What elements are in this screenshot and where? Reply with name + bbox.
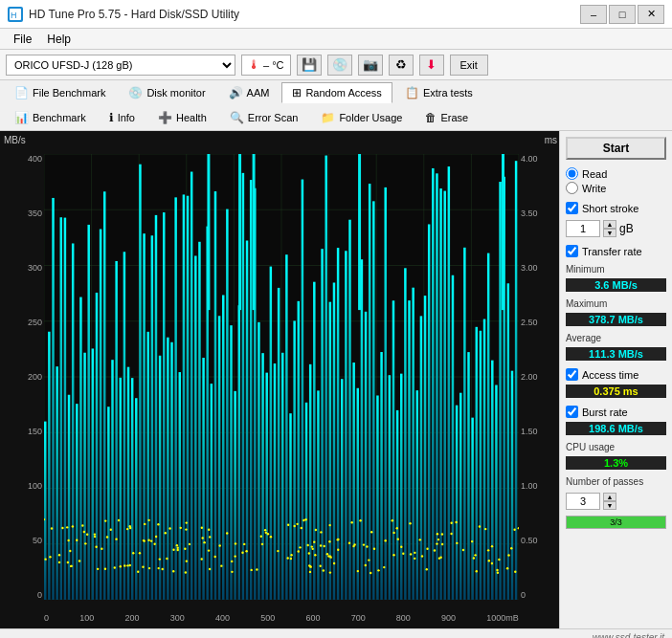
right-panel: Start Read Write Short stroke ▲ ▼ gB [559,131,672,628]
svg-text:H: H [11,11,17,20]
app-title: HD Tune Pro 5.75 - Hard Disk/SSD Utility [29,8,239,21]
download-icon-btn[interactable]: ⬇ [419,55,444,76]
tab-info-label: Info [118,112,135,123]
write-label: Write [582,183,606,194]
tab-extra-tests[interactable]: 📋 Extra tests [394,82,483,103]
tab-benchmark[interactable]: 📊 Benchmark [4,107,97,128]
y-label-250: 250 [28,318,42,327]
passes-input[interactable] [566,493,600,510]
tab-row-1: 📄 File Benchmark 💿 Disk monitor 🔊 AAM ⊞ … [0,80,672,105]
ms-label-250: 2.50 [521,318,538,327]
access-time-checkbox[interactable] [566,368,578,381]
tab-folder-usage[interactable]: 📁 Folder Usage [310,107,413,128]
health-icon: ➕ [158,111,172,124]
cpu-usage-label: CPU usage [566,442,666,452]
exit-button[interactable]: Exit [450,55,488,76]
short-stroke-row: ▲ ▼ gB [566,220,666,237]
x-label-400: 400 [215,613,230,623]
benchmark-icon: 📊 [14,111,29,124]
average-label: Average [566,333,666,343]
tab-error-scan[interactable]: 🔍 Error Scan [219,107,309,128]
tab-row-2: 📊 Benchmark ℹ Info ➕ Health 🔍 Error Scan… [0,105,672,130]
access-time-value: 0.375 ms [566,385,666,398]
ms-label-400: 4.00 [521,154,538,164]
tab-disk-monitor[interactable]: 💿 Disk monitor [118,82,215,103]
tab-info[interactable]: ℹ Info [99,107,146,128]
passes-spinner-up[interactable]: ▲ [603,493,616,501]
recycle-icon-btn[interactable]: ♻ [389,55,414,76]
ms-label-100: 1.00 [521,481,538,491]
tab-file-benchmark[interactable]: 📄 File Benchmark [4,82,116,103]
toolbar: ORICO UFSD-J (128 gB) 🌡 – °C 💾 💿 📷 ♻ ⬇ E… [0,50,672,80]
camera-icon-btn[interactable]: 📷 [358,55,383,76]
extra-tests-icon: 📋 [405,86,419,99]
tab-disk-monitor-label: Disk monitor [146,87,205,99]
access-time-label: Access time [582,369,638,381]
temperature-display: 🌡 – °C [241,55,291,76]
tab-health[interactable]: ➕ Health [147,107,217,128]
app-icon: H [8,7,23,22]
burst-rate-checkbox-label[interactable]: Burst rate [566,406,666,418]
ms-axis-label: ms [545,135,557,145]
x-label-100: 100 [79,613,94,623]
read-radio-label[interactable]: Read [566,167,666,180]
y-axis-label: MB/s [4,135,26,145]
close-button[interactable]: ✕ [638,5,664,24]
short-stroke-checkbox[interactable] [566,202,578,214]
rw-radio-group: Read Write [566,167,666,194]
thermometer-icon: 🌡 [248,57,260,72]
error-scan-icon: 🔍 [230,111,244,124]
x-label-500: 500 [260,613,275,623]
minimum-label: Minimum [566,264,666,275]
main-content: MB/s ms 400 350 300 250 200 150 100 50 0… [0,131,672,628]
info-icon-btn[interactable]: 💾 [297,55,322,76]
y-label-300: 300 [28,263,42,273]
write-radio-label[interactable]: Write [566,182,666,194]
tab-random-access-label: Random Access [305,87,381,99]
minimize-button[interactable]: – [580,5,607,24]
short-stroke-checkbox-label[interactable]: Short stroke [566,202,666,214]
x-label-200: 200 [124,613,139,623]
disk-icon-btn[interactable]: 💿 [327,55,352,76]
x-axis: 0 100 200 300 400 500 600 700 800 900 10… [44,613,519,623]
ms-label-300: 3.00 [521,263,538,273]
read-label: Read [582,168,607,180]
spinner-up[interactable]: ▲ [603,220,616,229]
y-label-350: 350 [28,209,42,218]
passes-label: Number of passes [566,476,666,487]
y-label-200: 200 [28,372,42,382]
x-label-0: 0 [44,613,49,623]
maximize-button[interactable]: □ [609,5,636,24]
average-value: 111.3 MB/s [566,347,666,361]
tab-aam-label: AAM [247,87,270,99]
watermark: www.ssd-tester.it [593,632,664,638]
maximum-label: Maximum [566,298,666,309]
menu-file[interactable]: File [6,31,39,48]
tab-random-access[interactable]: ⊞ Random Access [281,82,392,103]
access-time-checkbox-label[interactable]: Access time [566,368,666,381]
start-button[interactable]: Start [566,137,666,160]
tab-benchmark-label: Benchmark [33,112,86,123]
transfer-rate-checkbox[interactable] [566,245,578,257]
temperature-value: – °C [263,59,284,71]
short-stroke-spinner: ▲ ▼ [603,220,616,237]
tab-aam[interactable]: 🔊 AAM [218,82,280,103]
spinner-down[interactable]: ▼ [603,229,616,237]
y-label-100: 100 [28,481,42,491]
menu-help[interactable]: Help [39,31,78,48]
burst-rate-checkbox[interactable] [566,406,578,418]
y-axis-left: 400 350 300 250 200 150 100 50 0 [6,154,42,600]
drive-selector[interactable]: ORICO UFSD-J (128 gB) [6,55,235,76]
file-benchmark-icon: 📄 [14,86,29,99]
read-radio[interactable] [566,167,578,180]
x-label-600: 600 [305,613,320,623]
passes-spinner-down[interactable]: ▼ [603,501,616,510]
write-radio[interactable] [566,182,578,194]
transfer-rate-label: Transfer rate [582,246,642,257]
tab-erase[interactable]: 🗑 Erase [414,107,479,128]
transfer-rate-checkbox-label[interactable]: Transfer rate [566,245,666,257]
tab-extra-tests-label: Extra tests [423,87,473,99]
random-access-icon: ⊞ [292,86,302,99]
short-stroke-input[interactable] [566,220,600,237]
title-bar: H HD Tune Pro 5.75 - Hard Disk/SSD Utili… [0,0,672,29]
